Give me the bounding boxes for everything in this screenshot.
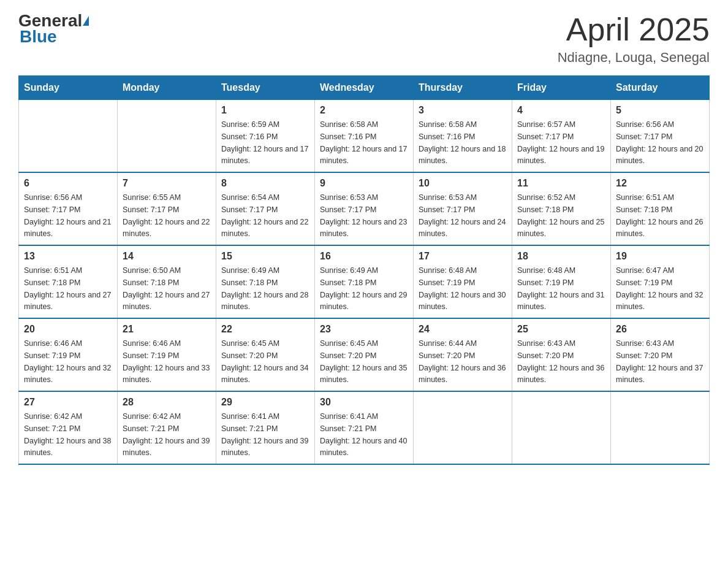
day-detail: Sunrise: 6:51 AMSunset: 7:18 PMDaylight:… bbox=[616, 193, 703, 238]
day-detail: Sunrise: 6:57 AMSunset: 7:17 PMDaylight:… bbox=[517, 120, 604, 165]
day-number: 11 bbox=[517, 178, 605, 189]
day-number: 4 bbox=[517, 105, 605, 116]
day-number: 8 bbox=[221, 178, 309, 189]
day-cell: 18 Sunrise: 6:48 AMSunset: 7:19 PMDaylig… bbox=[512, 245, 611, 318]
month-year-title: April 2025 bbox=[558, 12, 710, 47]
day-detail: Sunrise: 6:58 AMSunset: 7:16 PMDaylight:… bbox=[419, 120, 506, 165]
week-row-3: 13 Sunrise: 6:51 AMSunset: 7:18 PMDaylig… bbox=[19, 245, 710, 318]
day-cell: 1 Sunrise: 6:59 AMSunset: 7:16 PMDayligh… bbox=[216, 100, 315, 173]
column-header-wednesday: Wednesday bbox=[315, 76, 414, 100]
day-number: 3 bbox=[419, 105, 507, 116]
day-number: 29 bbox=[221, 397, 309, 408]
day-cell: 30 Sunrise: 6:41 AMSunset: 7:21 PMDaylig… bbox=[315, 391, 414, 464]
day-detail: Sunrise: 6:42 AMSunset: 7:21 PMDaylight:… bbox=[24, 412, 111, 457]
day-cell: 28 Sunrise: 6:42 AMSunset: 7:21 PMDaylig… bbox=[118, 391, 216, 464]
day-detail: Sunrise: 6:45 AMSunset: 7:20 PMDaylight:… bbox=[320, 339, 407, 384]
day-detail: Sunrise: 6:49 AMSunset: 7:18 PMDaylight:… bbox=[320, 266, 407, 311]
day-cell: 20 Sunrise: 6:46 AMSunset: 7:19 PMDaylig… bbox=[19, 318, 118, 391]
day-cell: 29 Sunrise: 6:41 AMSunset: 7:21 PMDaylig… bbox=[216, 391, 315, 464]
day-detail: Sunrise: 6:46 AMSunset: 7:19 PMDaylight:… bbox=[123, 339, 210, 384]
day-detail: Sunrise: 6:48 AMSunset: 7:19 PMDaylight:… bbox=[517, 266, 604, 311]
day-cell: 25 Sunrise: 6:43 AMSunset: 7:20 PMDaylig… bbox=[512, 318, 611, 391]
week-row-1: 1 Sunrise: 6:59 AMSunset: 7:16 PMDayligh… bbox=[19, 100, 710, 173]
day-detail: Sunrise: 6:51 AMSunset: 7:18 PMDaylight:… bbox=[24, 266, 111, 311]
day-cell: 6 Sunrise: 6:56 AMSunset: 7:17 PMDayligh… bbox=[19, 172, 118, 245]
day-detail: Sunrise: 6:56 AMSunset: 7:17 PMDaylight:… bbox=[616, 120, 703, 165]
day-number: 24 bbox=[419, 324, 507, 335]
page-header: General Blue April 2025 Ndiagne, Louga, … bbox=[18, 12, 710, 66]
day-cell: 15 Sunrise: 6:49 AMSunset: 7:18 PMDaylig… bbox=[216, 245, 315, 318]
day-detail: Sunrise: 6:59 AMSunset: 7:16 PMDaylight:… bbox=[221, 120, 308, 165]
day-detail: Sunrise: 6:48 AMSunset: 7:19 PMDaylight:… bbox=[419, 266, 506, 311]
day-cell: 19 Sunrise: 6:47 AMSunset: 7:19 PMDaylig… bbox=[611, 245, 710, 318]
day-cell: 24 Sunrise: 6:44 AMSunset: 7:20 PMDaylig… bbox=[414, 318, 512, 391]
day-detail: Sunrise: 6:56 AMSunset: 7:17 PMDaylight:… bbox=[24, 193, 111, 238]
day-cell: 5 Sunrise: 6:56 AMSunset: 7:17 PMDayligh… bbox=[611, 100, 710, 173]
day-number: 15 bbox=[221, 251, 309, 262]
day-detail: Sunrise: 6:58 AMSunset: 7:16 PMDaylight:… bbox=[320, 120, 407, 165]
day-detail: Sunrise: 6:50 AMSunset: 7:18 PMDaylight:… bbox=[123, 266, 210, 311]
day-cell: 4 Sunrise: 6:57 AMSunset: 7:17 PMDayligh… bbox=[512, 100, 611, 173]
column-header-friday: Friday bbox=[512, 76, 611, 100]
day-number: 1 bbox=[221, 105, 309, 116]
day-number: 12 bbox=[616, 178, 704, 189]
day-number: 10 bbox=[419, 178, 507, 189]
week-row-2: 6 Sunrise: 6:56 AMSunset: 7:17 PMDayligh… bbox=[19, 172, 710, 245]
day-cell: 17 Sunrise: 6:48 AMSunset: 7:19 PMDaylig… bbox=[414, 245, 512, 318]
day-detail: Sunrise: 6:54 AMSunset: 7:17 PMDaylight:… bbox=[221, 193, 308, 238]
day-number: 30 bbox=[320, 397, 408, 408]
day-cell: 26 Sunrise: 6:43 AMSunset: 7:20 PMDaylig… bbox=[611, 318, 710, 391]
day-number: 2 bbox=[320, 105, 408, 116]
logo: General Blue bbox=[18, 12, 89, 45]
day-detail: Sunrise: 6:44 AMSunset: 7:20 PMDaylight:… bbox=[419, 339, 506, 384]
column-header-tuesday: Tuesday bbox=[216, 76, 315, 100]
day-cell bbox=[414, 391, 512, 464]
header-row: SundayMondayTuesdayWednesdayThursdayFrid… bbox=[19, 76, 710, 100]
day-number: 26 bbox=[616, 324, 704, 335]
day-cell: 12 Sunrise: 6:51 AMSunset: 7:18 PMDaylig… bbox=[611, 172, 710, 245]
week-row-4: 20 Sunrise: 6:46 AMSunset: 7:19 PMDaylig… bbox=[19, 318, 710, 391]
day-detail: Sunrise: 6:43 AMSunset: 7:20 PMDaylight:… bbox=[517, 339, 604, 384]
day-number: 20 bbox=[24, 324, 112, 335]
day-cell: 16 Sunrise: 6:49 AMSunset: 7:18 PMDaylig… bbox=[315, 245, 414, 318]
day-number: 27 bbox=[24, 397, 112, 408]
column-header-saturday: Saturday bbox=[611, 76, 710, 100]
day-cell: 21 Sunrise: 6:46 AMSunset: 7:19 PMDaylig… bbox=[118, 318, 216, 391]
day-number: 18 bbox=[517, 251, 605, 262]
day-detail: Sunrise: 6:45 AMSunset: 7:20 PMDaylight:… bbox=[221, 339, 308, 384]
day-cell: 11 Sunrise: 6:52 AMSunset: 7:18 PMDaylig… bbox=[512, 172, 611, 245]
day-cell: 8 Sunrise: 6:54 AMSunset: 7:17 PMDayligh… bbox=[216, 172, 315, 245]
day-cell: 22 Sunrise: 6:45 AMSunset: 7:20 PMDaylig… bbox=[216, 318, 315, 391]
day-number: 19 bbox=[616, 251, 704, 262]
day-number: 22 bbox=[221, 324, 309, 335]
day-cell: 13 Sunrise: 6:51 AMSunset: 7:18 PMDaylig… bbox=[19, 245, 118, 318]
day-detail: Sunrise: 6:49 AMSunset: 7:18 PMDaylight:… bbox=[221, 266, 308, 311]
day-detail: Sunrise: 6:41 AMSunset: 7:21 PMDaylight:… bbox=[221, 412, 308, 457]
column-header-monday: Monday bbox=[118, 76, 216, 100]
day-number: 17 bbox=[419, 251, 507, 262]
day-number: 9 bbox=[320, 178, 408, 189]
day-cell: 14 Sunrise: 6:50 AMSunset: 7:18 PMDaylig… bbox=[118, 245, 216, 318]
day-detail: Sunrise: 6:53 AMSunset: 7:17 PMDaylight:… bbox=[419, 193, 506, 238]
day-number: 25 bbox=[517, 324, 605, 335]
day-detail: Sunrise: 6:46 AMSunset: 7:19 PMDaylight:… bbox=[24, 339, 111, 384]
day-cell: 2 Sunrise: 6:58 AMSunset: 7:16 PMDayligh… bbox=[315, 100, 414, 173]
day-cell: 23 Sunrise: 6:45 AMSunset: 7:20 PMDaylig… bbox=[315, 318, 414, 391]
day-detail: Sunrise: 6:55 AMSunset: 7:17 PMDaylight:… bbox=[123, 193, 210, 238]
day-number: 14 bbox=[123, 251, 211, 262]
day-detail: Sunrise: 6:43 AMSunset: 7:20 PMDaylight:… bbox=[616, 339, 703, 384]
day-cell bbox=[512, 391, 611, 464]
location-subtitle: Ndiagne, Louga, Senegal bbox=[558, 50, 710, 66]
day-cell bbox=[19, 100, 118, 173]
day-cell bbox=[611, 391, 710, 464]
column-header-sunday: Sunday bbox=[19, 76, 118, 100]
day-cell: 9 Sunrise: 6:53 AMSunset: 7:17 PMDayligh… bbox=[315, 172, 414, 245]
day-detail: Sunrise: 6:42 AMSunset: 7:21 PMDaylight:… bbox=[123, 412, 210, 457]
day-cell: 3 Sunrise: 6:58 AMSunset: 7:16 PMDayligh… bbox=[414, 100, 512, 173]
logo-arrow-icon bbox=[83, 16, 89, 26]
calendar-header: SundayMondayTuesdayWednesdayThursdayFrid… bbox=[19, 76, 710, 100]
day-number: 21 bbox=[123, 324, 211, 335]
day-detail: Sunrise: 6:41 AMSunset: 7:21 PMDaylight:… bbox=[320, 412, 407, 457]
logo-blue-text: Blue bbox=[18, 28, 57, 45]
day-detail: Sunrise: 6:53 AMSunset: 7:17 PMDaylight:… bbox=[320, 193, 407, 238]
